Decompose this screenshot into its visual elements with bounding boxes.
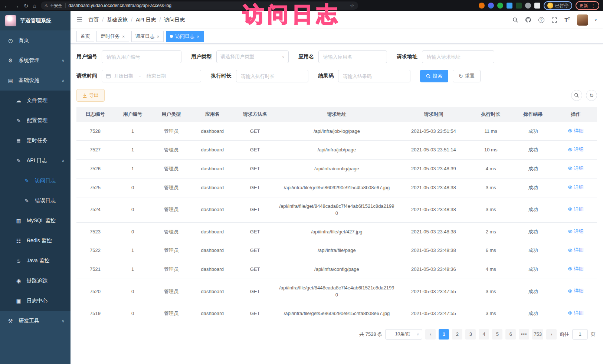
sidebar-item[interactable]: ▤ 基础设施 ∧ bbox=[0, 70, 71, 91]
prev-page-button[interactable] bbox=[425, 329, 436, 340]
sidebar-item[interactable]: ✎ 错误日志 bbox=[0, 191, 71, 211]
user-id-label: 用户编号 bbox=[76, 53, 97, 60]
detail-link[interactable]: 详细 bbox=[568, 184, 583, 191]
search-button[interactable]: 搜索 bbox=[420, 70, 448, 82]
address-bar[interactable]: ⚠不安全 dashboard.yudao.iocoder.cn/infra/lo… bbox=[41, 1, 358, 10]
url-text[interactable]: dashboard.yudao.iocoder.cn/infra/log/api… bbox=[69, 3, 347, 8]
bookmark-star-icon[interactable]: ☆ bbox=[350, 3, 354, 9]
extension-icon[interactable] bbox=[479, 3, 485, 9]
detail-link[interactable]: 详细 bbox=[568, 228, 583, 235]
home-icon[interactable]: ⌂ bbox=[33, 3, 36, 9]
refresh-table-button[interactable]: ↻ bbox=[586, 90, 597, 101]
page-button[interactable]: 3 bbox=[465, 329, 476, 340]
fullscreen-icon[interactable] bbox=[551, 17, 558, 23]
date-range-picker[interactable]: 开始日期 - 结束日期 bbox=[102, 70, 201, 82]
sidebar-item[interactable]: ⚙ 系统管理 ∨ bbox=[0, 50, 71, 70]
extension-icon[interactable] bbox=[525, 3, 531, 9]
extension-icon[interactable] bbox=[507, 3, 512, 9]
cloud-upload-icon: ☁ bbox=[16, 98, 22, 104]
page-size-select[interactable]: 10条/页 ∨ bbox=[385, 329, 422, 340]
sidebar-item[interactable]: ☁ 文件管理 bbox=[0, 91, 71, 111]
export-button[interactable]: 导出 bbox=[76, 89, 105, 102]
security-warning[interactable]: ⚠不安全 bbox=[45, 3, 62, 9]
toggle-search-button[interactable] bbox=[571, 90, 582, 101]
detail-link[interactable]: 详细 bbox=[568, 146, 583, 153]
detail-link[interactable]: 详细 bbox=[568, 246, 583, 254]
detail-link[interactable]: 详细 bbox=[568, 265, 583, 273]
breadcrumb-item[interactable]: 首页 bbox=[88, 17, 99, 23]
page-button[interactable]: 6 bbox=[505, 329, 516, 340]
github-icon[interactable] bbox=[525, 17, 532, 23]
page-button[interactable]: 4 bbox=[479, 329, 489, 340]
request-url-input[interactable] bbox=[422, 50, 494, 63]
page-button[interactable]: 1 bbox=[439, 329, 449, 340]
sidebar-item[interactable]: ✎ 访问日志 bbox=[0, 171, 71, 191]
next-page-button[interactable] bbox=[546, 329, 557, 340]
extension-icon[interactable] bbox=[516, 3, 522, 9]
breadcrumb-item[interactable]: 访问日志 bbox=[156, 17, 185, 23]
sidebar-toggle-icon[interactable]: ☰ bbox=[76, 16, 82, 24]
sidebar-item[interactable]: ≣ 定时任务 bbox=[0, 131, 71, 151]
forward-icon[interactable]: → bbox=[14, 3, 19, 9]
eye-icon bbox=[568, 147, 573, 152]
page-button[interactable]: 5 bbox=[492, 329, 502, 340]
cell-log-id: 7524 bbox=[76, 197, 114, 222]
detail-link[interactable]: 详细 bbox=[568, 206, 583, 213]
sidebar-item[interactable]: ☷ Redis 监控 bbox=[0, 231, 71, 251]
docs-question-icon[interactable]: ? bbox=[538, 17, 545, 23]
view-tab[interactable]: 定时任务 bbox=[96, 31, 129, 42]
font-size-icon[interactable] bbox=[564, 17, 571, 23]
search-icon[interactable] bbox=[512, 17, 519, 23]
page-content: 用户编号 用户类型 请选择用户类型 ∨ 应用名 请求地址 请求 bbox=[71, 44, 603, 340]
breadcrumb-item[interactable]: 基础设施 bbox=[99, 17, 128, 23]
sidebar-item[interactable]: ◷ 首页 bbox=[0, 30, 71, 50]
detail-link[interactable]: 详细 bbox=[568, 127, 583, 135]
extension-icon[interactable] bbox=[497, 3, 503, 9]
back-icon[interactable]: ← bbox=[4, 3, 9, 9]
sidebar-item[interactable]: ♨ Java 监控 bbox=[0, 251, 71, 271]
extension-icon[interactable] bbox=[534, 3, 540, 9]
avatar-caret-down-icon[interactable]: ∨ bbox=[594, 18, 597, 22]
user-type-select[interactable]: 请选择用户类型 ∨ bbox=[216, 50, 289, 63]
reload-icon[interactable]: ↻ bbox=[24, 3, 29, 9]
tab-close-icon[interactable] bbox=[157, 33, 160, 39]
sidebar-item[interactable]: ◉ 链路追踪 bbox=[0, 271, 71, 291]
dashboard-icon: ◷ bbox=[7, 37, 13, 43]
detail-link[interactable]: 详细 bbox=[568, 165, 583, 172]
update-button[interactable]: 更新 ⋮ bbox=[576, 1, 599, 10]
tab-close-icon[interactable] bbox=[197, 33, 200, 39]
duration-input[interactable] bbox=[236, 70, 308, 82]
sidebar-item[interactable]: ▥ MySQL 监控 bbox=[0, 211, 71, 231]
result-code-input[interactable] bbox=[338, 70, 410, 82]
cell-result: 成功 bbox=[512, 241, 554, 260]
user-id-input[interactable] bbox=[102, 50, 181, 63]
menu-dots-icon[interactable]: ⋮ bbox=[591, 3, 596, 9]
cell-request-url: /api/infra/file/get/5e8609290e915c4fa8b0… bbox=[276, 304, 397, 323]
user-avatar[interactable] bbox=[577, 14, 588, 26]
view-tab[interactable]: 首页 bbox=[76, 31, 94, 42]
cell-app-name: dashboard bbox=[191, 222, 234, 241]
detail-link[interactable]: 详细 bbox=[568, 309, 583, 317]
tab-close-icon[interactable] bbox=[122, 33, 125, 39]
breadcrumb-item[interactable]: API 日志 bbox=[128, 17, 156, 23]
breadcrumb: 首页基础设施API 日志访问日志 bbox=[88, 17, 185, 23]
table-column-header: 请求方法名 bbox=[234, 107, 276, 122]
sidebar-item[interactable]: ▣ 日志中心 bbox=[0, 291, 71, 311]
detail-link[interactable]: 详细 bbox=[568, 287, 583, 295]
reset-button[interactable]: ↻ 重置 bbox=[453, 70, 481, 82]
page-button[interactable]: 753 bbox=[532, 329, 543, 340]
view-tab[interactable]: 访问日志 bbox=[166, 31, 204, 42]
search-icon bbox=[574, 93, 579, 98]
app-name-input[interactable] bbox=[318, 50, 387, 63]
page-button[interactable]: ••• bbox=[519, 329, 529, 340]
sidebar-item[interactable]: ✎ API 日志 ∧ bbox=[0, 151, 71, 171]
sidebar-item[interactable]: ⚒ 研发工具 ∨ bbox=[0, 311, 71, 331]
profile-pill[interactable]: 已暂停 bbox=[544, 1, 572, 10]
extension-icon[interactable] bbox=[488, 3, 494, 9]
goto-page-input[interactable] bbox=[572, 329, 588, 340]
cell-log-id: 7519 bbox=[76, 304, 114, 323]
cell-duration: 4 ms bbox=[470, 160, 512, 178]
view-tab[interactable]: 调度日志 bbox=[131, 31, 164, 42]
sidebar-item[interactable]: ✎ 配置管理 bbox=[0, 111, 71, 131]
page-button[interactable]: 2 bbox=[452, 329, 462, 340]
